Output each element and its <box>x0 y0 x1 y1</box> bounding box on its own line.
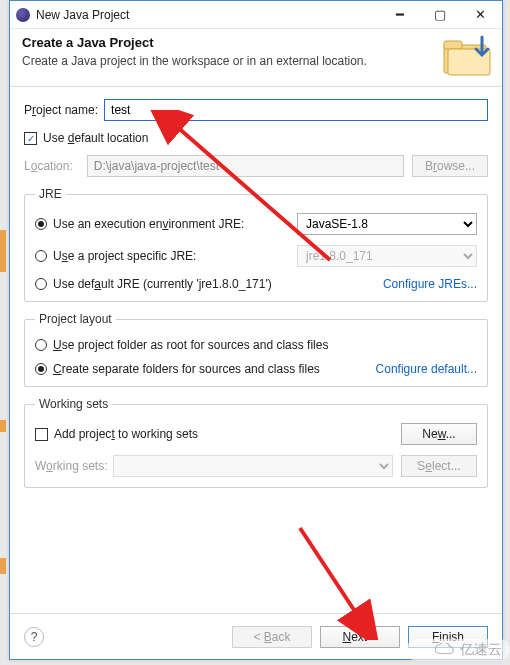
default-jre-row: Use default JRE (currently 'jre1.8.0_171… <box>35 277 477 291</box>
title-bar: New Java Project ━ ▢ ✕ <box>10 1 502 29</box>
close-button[interactable]: ✕ <box>460 1 500 29</box>
default-location-row: ✓ Use default location <box>24 131 488 145</box>
banner-subtitle: Create a Java project in the workspace o… <box>22 54 490 68</box>
layout-separate-row: Create separate folders for sources and … <box>35 362 477 376</box>
specific-jre-select: jre1.8.0_171 <box>297 245 477 267</box>
layout-root-radio[interactable] <box>35 339 47 351</box>
exec-env-row: Use an execution environment JRE: JavaSE… <box>35 213 477 235</box>
eclipse-icon <box>16 8 30 22</box>
layout-group: Project layout Use project folder as roo… <box>24 312 488 387</box>
layout-separate-radio[interactable] <box>35 363 47 375</box>
add-working-sets-row: Add project to working sets New... <box>35 423 477 445</box>
watermark: 亿速云 <box>406 639 510 661</box>
specific-jre-label: Use a project specific JRE: <box>53 249 297 263</box>
layout-separate-label: Create separate folders for sources and … <box>53 362 376 376</box>
working-sets-label: Working sets: <box>35 459 107 473</box>
page-edge-decoration <box>0 558 6 574</box>
jre-legend: JRE <box>35 187 66 201</box>
location-input <box>87 155 404 177</box>
window-title: New Java Project <box>36 8 380 22</box>
minimize-button[interactable]: ━ <box>380 1 420 29</box>
working-sets-select <box>113 455 393 477</box>
default-jre-radio[interactable] <box>35 278 47 290</box>
wizard-banner: Create a Java Project Create a Java proj… <box>10 29 502 87</box>
use-default-location-label: Use default location <box>43 131 148 145</box>
layout-legend: Project layout <box>35 312 116 326</box>
dialog-content: Project name: ✓ Use default location Loc… <box>10 87 502 488</box>
layout-root-label: Use project folder as root for sources a… <box>53 338 328 352</box>
project-name-label: Project name: <box>24 103 98 117</box>
layout-root-row: Use project folder as root for sources a… <box>35 338 477 352</box>
project-name-input[interactable] <box>104 99 488 121</box>
configure-default-link[interactable]: Configure default... <box>376 362 477 376</box>
default-jre-label: Use default JRE (currently 'jre1.8.0_171… <box>53 277 383 291</box>
add-working-sets-checkbox[interactable] <box>35 428 48 441</box>
exec-env-radio[interactable] <box>35 218 47 230</box>
select-working-sets-button: Select... <box>401 455 477 477</box>
working-sets-legend: Working sets <box>35 397 112 411</box>
use-default-location-checkbox[interactable]: ✓ <box>24 132 37 145</box>
next-button[interactable]: Next > <box>320 626 400 648</box>
location-row: Location: Browse... <box>24 155 488 177</box>
project-name-row: Project name: <box>24 99 488 121</box>
page-edge-decoration <box>0 230 6 272</box>
specific-jre-row: Use a project specific JRE: jre1.8.0_171 <box>35 245 477 267</box>
add-working-sets-label: Add project to working sets <box>54 427 401 441</box>
specific-jre-radio[interactable] <box>35 250 47 262</box>
help-button[interactable]: ? <box>24 627 44 647</box>
dialog-window: New Java Project ━ ▢ ✕ Create a Java Pro… <box>9 0 503 660</box>
svg-rect-1 <box>444 41 462 49</box>
browse-button: Browse... <box>412 155 488 177</box>
window-controls: ━ ▢ ✕ <box>380 1 500 29</box>
back-button: < Back <box>232 626 312 648</box>
maximize-button[interactable]: ▢ <box>420 1 460 29</box>
working-sets-group: Working sets Add project to working sets… <box>24 397 488 488</box>
wizard-folder-icon <box>442 31 496 79</box>
exec-env-label: Use an execution environment JRE: <box>53 217 297 231</box>
configure-jres-link[interactable]: Configure JREs... <box>383 277 477 291</box>
jre-group: JRE Use an execution environment JRE: Ja… <box>24 187 488 302</box>
new-working-set-button[interactable]: New... <box>401 423 477 445</box>
location-label: Location: <box>24 159 73 173</box>
working-sets-select-row: Working sets: Select... <box>35 455 477 477</box>
banner-heading: Create a Java Project <box>22 35 490 50</box>
exec-env-select[interactable]: JavaSE-1.8 <box>297 213 477 235</box>
page-edge-decoration <box>0 420 6 432</box>
